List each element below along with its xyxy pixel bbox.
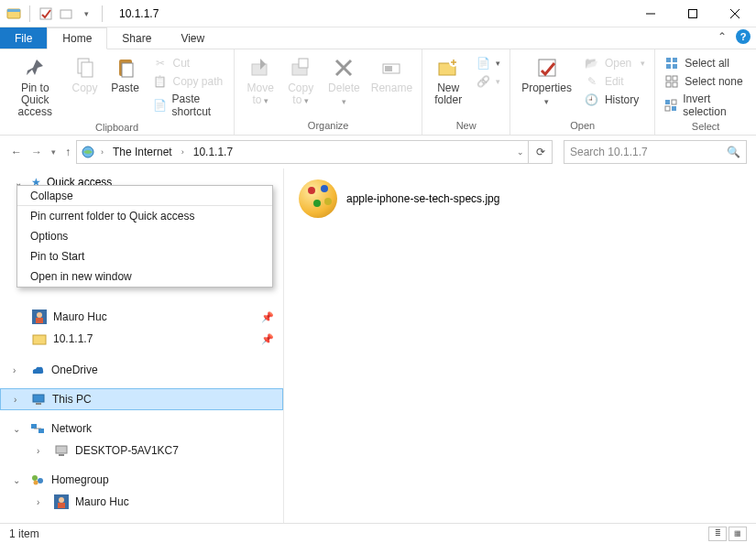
- expand-icon[interactable]: ›: [37, 497, 48, 507]
- minimize-button[interactable]: [630, 0, 672, 27]
- expand-icon[interactable]: ›: [37, 446, 48, 456]
- tree-item-ip[interactable]: 10.1.1.7📌: [0, 328, 283, 350]
- file-list[interactable]: apple-iphone-se-tech-specs.jpg: [284, 168, 756, 523]
- edit-icon: ✎: [585, 74, 599, 89]
- pin-icon: [22, 55, 48, 81]
- location-icon: [81, 145, 95, 159]
- svg-rect-14: [299, 59, 308, 68]
- collapse-icon[interactable]: ⌄: [13, 424, 24, 434]
- group-new: New folder 📄▾ 🔗▾ New: [422, 49, 510, 135]
- tree-item-mauro[interactable]: Mauro Huc📌: [0, 306, 283, 328]
- copy-button: Copy: [65, 53, 105, 96]
- svg-rect-9: [82, 62, 93, 77]
- navigation-bar: ← → ▾ ↑ › The Internet › 10.1.1.7 ⌄ ⟳ Se…: [0, 136, 756, 168]
- explorer-app-icon: [5, 5, 22, 22]
- copy-to-icon: [288, 55, 313, 81]
- copy-path-button: 📋Copy path: [149, 73, 229, 90]
- qat-divider: [29, 5, 30, 22]
- pin-icon: 📌: [261, 333, 274, 345]
- pin-to-quick-access-button[interactable]: Pin to Quick access: [5, 53, 65, 120]
- tree-item-mauro2[interactable]: › Mauro Huc: [0, 491, 283, 513]
- address-dropdown-icon[interactable]: ⌄: [517, 147, 524, 157]
- group-label-open: Open: [516, 118, 649, 135]
- svg-rect-3: [60, 10, 71, 18]
- new-folder-button[interactable]: New folder: [428, 53, 468, 108]
- move-to-icon: [247, 55, 273, 81]
- search-box[interactable]: Search 10.1.1.7 🔍: [564, 140, 747, 164]
- tab-view[interactable]: View: [166, 27, 219, 49]
- new-folder-qat-icon[interactable]: [58, 5, 74, 22]
- expand-icon[interactable]: ›: [14, 395, 25, 405]
- select-all-icon: [664, 56, 679, 71]
- qat-dropdown-icon[interactable]: ▾: [78, 5, 94, 22]
- new-item-button[interactable]: 📄▾: [472, 55, 504, 71]
- history-button[interactable]: 🕘History: [581, 92, 649, 108]
- svg-point-36: [37, 312, 42, 318]
- help-icon[interactable]: ?: [736, 29, 751, 44]
- invert-selection-button[interactable]: Invert selection: [661, 92, 751, 119]
- properties-qat-icon[interactable]: [38, 5, 54, 22]
- ctx-collapse[interactable]: Collapse: [17, 186, 272, 206]
- user-icon: [31, 309, 48, 325]
- cut-button: ✂Cut: [149, 55, 229, 71]
- group-label-clipboard: Clipboard: [5, 120, 228, 136]
- ctx-options[interactable]: Options: [17, 226, 272, 246]
- details-view-button[interactable]: ≣: [708, 527, 727, 541]
- svg-point-46: [32, 475, 38, 481]
- tab-file[interactable]: File: [0, 27, 47, 49]
- delete-icon: [331, 55, 356, 81]
- expand-icon[interactable]: ›: [13, 365, 24, 375]
- paste-shortcut-button[interactable]: 📄Paste shortcut: [149, 92, 229, 119]
- group-select: Select all Select none Invert selection …: [655, 49, 756, 135]
- tab-home[interactable]: Home: [47, 27, 107, 49]
- list-item[interactable]: apple-iphone-se-tech-specs.jpg: [299, 179, 741, 218]
- ctx-pin-start[interactable]: Pin to Start: [17, 246, 272, 266]
- recent-locations-dropdown[interactable]: ▾: [51, 147, 56, 157]
- paste-button[interactable]: Paste: [105, 53, 146, 96]
- svg-rect-32: [665, 106, 670, 111]
- new-item-icon: 📄: [476, 56, 490, 71]
- tree-item-network[interactable]: ⌄ Network: [0, 418, 283, 440]
- breadcrumb-current[interactable]: 10.1.1.7: [190, 146, 236, 158]
- collapse-ribbon-icon[interactable]: ⌃: [718, 30, 727, 43]
- network-icon: [29, 420, 46, 437]
- svg-point-50: [59, 497, 64, 503]
- tree-item-thispc[interactable]: › This PC: [0, 388, 283, 410]
- svg-rect-12: [252, 64, 267, 75]
- tab-share[interactable]: Share: [107, 27, 166, 49]
- scissors-icon: ✂: [153, 56, 168, 71]
- quick-access-toolbar: ▾: [0, 5, 112, 22]
- homegroup-icon: [29, 472, 46, 488]
- properties-button[interactable]: Properties: [516, 53, 577, 110]
- collapse-icon[interactable]: ⌄: [13, 475, 24, 485]
- address-bar[interactable]: › The Internet › 10.1.1.7 ⌄: [76, 140, 529, 164]
- refresh-button[interactable]: ⟳: [529, 140, 553, 164]
- svg-rect-33: [672, 106, 676, 111]
- paste-shortcut-icon: 📄: [153, 98, 167, 113]
- icons-view-button[interactable]: ▦: [729, 527, 747, 541]
- computer-icon: [53, 442, 70, 459]
- close-button[interactable]: [714, 0, 756, 27]
- chevron-icon[interactable]: ›: [181, 147, 184, 157]
- ctx-pin-folder[interactable]: Pin current folder to Quick access: [17, 206, 272, 226]
- status-bar: 1 item ≣ ▦: [0, 523, 756, 543]
- tree-item-homegroup[interactable]: ⌄ Homegroup: [0, 469, 283, 491]
- tree-item-desktop[interactable]: › DESKTOP-5AV1KC7: [0, 440, 283, 462]
- up-button[interactable]: ↑: [65, 146, 71, 158]
- select-all-button[interactable]: Select all: [661, 55, 751, 71]
- new-folder-icon: [435, 55, 461, 81]
- ctx-open-new-window[interactable]: Open in new window: [17, 266, 272, 287]
- root-chevron-icon[interactable]: ›: [101, 147, 104, 157]
- maximize-button[interactable]: [672, 0, 714, 27]
- svg-rect-39: [33, 395, 44, 402]
- invert-icon: [664, 98, 677, 113]
- easy-access-icon: 🔗: [476, 74, 490, 89]
- copy-to-button: Copy to: [280, 53, 321, 109]
- history-icon: 🕘: [585, 92, 599, 107]
- onedrive-icon: [29, 362, 46, 378]
- breadcrumb-root[interactable]: The Internet: [109, 146, 176, 158]
- tree-item-onedrive[interactable]: › OneDrive: [0, 359, 283, 381]
- folder-icon: [31, 331, 48, 347]
- back-button[interactable]: ←: [11, 146, 22, 158]
- select-none-button[interactable]: Select none: [661, 73, 751, 90]
